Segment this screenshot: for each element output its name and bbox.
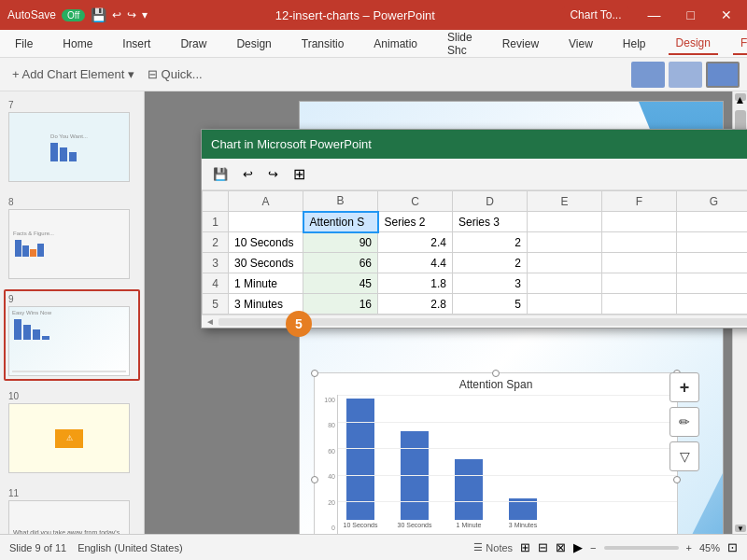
cell-G4[interactable] <box>677 273 748 294</box>
cell-A2[interactable]: 10 Seconds <box>229 232 303 253</box>
cell-C1[interactable]: Series 2 <box>378 212 453 232</box>
close-button[interactable]: ✕ <box>713 6 740 24</box>
row-header-2: 2 <box>203 232 229 253</box>
cell-D2[interactable]: 2 <box>453 232 528 253</box>
tab-draw[interactable]: Draw <box>173 34 214 54</box>
cell-B3[interactable]: 66 <box>303 253 378 273</box>
chart-filter-btn[interactable]: ▽ <box>669 441 699 471</box>
cell-B2[interactable]: 90 <box>303 232 378 253</box>
title-bar-right: Chart To... — □ ✕ <box>562 6 740 24</box>
horizontal-scrollbar[interactable]: ◄ ► <box>202 315 747 328</box>
add-element-btn[interactable]: + <box>669 372 699 402</box>
cell-F2[interactable] <box>602 232 677 253</box>
col-header-C[interactable]: C <box>378 191 453 212</box>
cell-G3[interactable] <box>677 253 748 273</box>
cell-D5[interactable]: 5 <box>453 294 528 315</box>
minimize-button[interactable]: — <box>641 6 669 24</box>
tab-design[interactable]: Design <box>229 34 278 54</box>
cell-C5[interactable]: 2.8 <box>378 294 453 315</box>
col-header-F[interactable]: F <box>602 191 677 212</box>
cell-G5[interactable] <box>677 294 748 315</box>
cell-A4[interactable]: 1 Minute <box>229 273 303 294</box>
handle-tm[interactable] <box>492 370 500 377</box>
cell-D1[interactable]: Series 3 <box>453 212 528 232</box>
cell-A1[interactable] <box>229 212 303 232</box>
cell-G1[interactable] <box>677 212 748 232</box>
restore-button[interactable]: □ <box>680 6 702 24</box>
slide-thumb-7: Do You Want... <box>8 112 130 182</box>
cell-A5[interactable]: 3 Minutes <box>229 294 303 315</box>
zoom-slider[interactable] <box>604 546 679 550</box>
slide-item-8[interactable]: 8 Facts & Figure... <box>4 192 140 284</box>
cell-A3[interactable]: 30 Seconds <box>229 253 303 273</box>
scroll-down[interactable]: ▼ <box>735 525 746 532</box>
slide-sorter-btn[interactable]: ⊟ <box>538 540 548 554</box>
cell-C3[interactable]: 4.4 <box>378 253 453 273</box>
zoom-plus[interactable]: + <box>686 542 692 553</box>
col-header-A[interactable]: A <box>229 191 303 212</box>
editor-save-btn[interactable]: 💾 <box>207 164 233 184</box>
cell-B5[interactable]: 16 <box>303 294 378 315</box>
cell-E2[interactable] <box>528 232 602 253</box>
cell-D4[interactable]: 3 <box>453 273 528 294</box>
save-icon[interactable]: 💾 <box>91 7 106 22</box>
chart-style-btn[interactable]: ✏ <box>669 407 699 437</box>
tab-animations[interactable]: Animatio <box>366 34 425 54</box>
col-header-E[interactable]: E <box>528 191 602 212</box>
slide-item-9[interactable]: 9 Easy Wins Now <box>4 289 140 381</box>
handle-ml[interactable] <box>311 476 318 483</box>
spreadsheet[interactable]: A B C D E F G H I 1 <box>202 190 747 315</box>
slide-item-7[interactable]: 7 Do You Want... <box>4 95 140 187</box>
quick-layout-btn[interactable]: ⊟ Quick... <box>143 64 207 84</box>
cell-E5[interactable] <box>528 294 602 315</box>
undo-icon[interactable]: ↩ <box>112 8 121 21</box>
cell-E4[interactable] <box>528 273 602 294</box>
y-axis: 100 80 60 40 20 0 <box>315 395 338 534</box>
cell-D3[interactable]: 2 <box>453 253 528 273</box>
slide-item-10[interactable]: 10 ⚠ <box>4 386 140 478</box>
bar-3min <box>509 498 537 520</box>
autosave-toggle[interactable]: Off <box>62 9 85 21</box>
cell-F3[interactable] <box>602 253 677 273</box>
notes-button[interactable]: ☰ Notes <box>473 541 513 553</box>
col-header-D[interactable]: D <box>453 191 528 212</box>
slideshow-btn[interactable]: ▶ <box>573 540 583 554</box>
scroll-up[interactable]: ▲ <box>735 93 746 101</box>
handle-tl[interactable] <box>311 370 318 377</box>
col-header-B[interactable]: B <box>303 191 378 212</box>
tab-review[interactable]: Review <box>495 34 546 54</box>
tab-insert[interactable]: Insert <box>115 34 158 54</box>
row-header-3: 3 <box>203 253 229 273</box>
tab-view[interactable]: View <box>561 34 600 54</box>
slide-item-11[interactable]: 11 What did you take away from today's p… <box>4 483 140 534</box>
tab-file[interactable]: File <box>7 34 40 54</box>
fit-slide-btn[interactable]: ⊡ <box>727 540 738 554</box>
normal-view-btn[interactable]: ⊞ <box>520 540 530 554</box>
cell-C2[interactable]: 2.4 <box>378 232 453 253</box>
tab-home[interactable]: Home <box>55 34 100 54</box>
zoom-minus[interactable]: − <box>590 542 596 553</box>
cell-C4[interactable]: 1.8 <box>378 273 453 294</box>
tab-slideshow[interactable]: Slide Shc <box>440 27 480 61</box>
cell-G2[interactable] <box>677 232 748 253</box>
cell-F1[interactable] <box>602 212 677 232</box>
editor-grid-btn[interactable]: ⊞ <box>288 162 311 186</box>
cell-F5[interactable] <box>602 294 677 315</box>
tab-chart-design[interactable]: Design <box>669 33 718 55</box>
editor-undo-btn[interactable]: ↩ <box>237 164 259 184</box>
add-chart-element-btn[interactable]: + Add Chart Element ▾ <box>7 64 139 84</box>
slide-number-11: 11 <box>8 488 135 498</box>
cell-E1[interactable] <box>528 212 602 232</box>
more-icon[interactable]: ▾ <box>142 8 148 21</box>
cell-F4[interactable] <box>602 273 677 294</box>
tab-help[interactable]: Help <box>615 34 654 54</box>
cell-E3[interactable] <box>528 253 602 273</box>
cell-B1[interactable]: Attention S <box>303 212 378 232</box>
redo-icon[interactable]: ↪ <box>127 8 136 21</box>
tab-transitions[interactable]: Transitio <box>294 34 352 54</box>
editor-redo-btn[interactable]: ↪ <box>262 164 284 184</box>
tab-format[interactable]: Format <box>733 33 747 55</box>
col-header-G[interactable]: G <box>677 191 748 212</box>
cell-B4[interactable]: 45 <box>303 273 378 294</box>
reading-view-btn[interactable]: ⊠ <box>556 540 566 554</box>
